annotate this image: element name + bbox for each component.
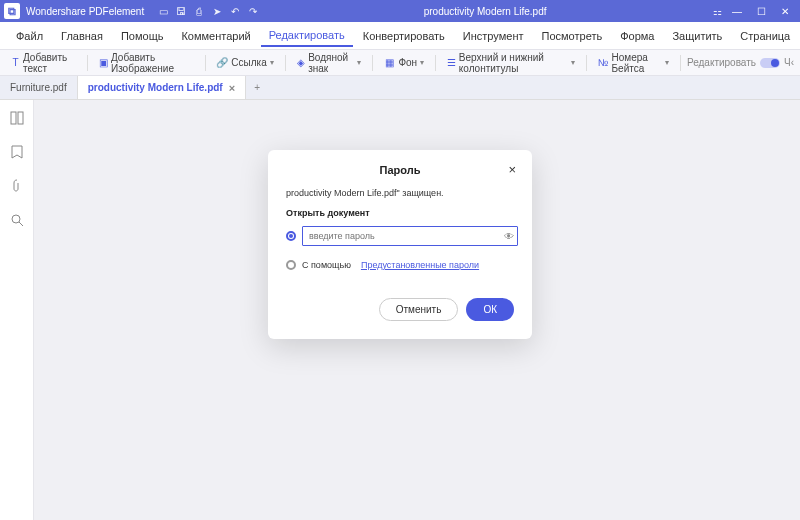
cancel-button[interactable]: Отменить: [379, 298, 459, 321]
close-dialog-button[interactable]: ×: [508, 162, 516, 177]
dialog-title: Пароль: [380, 164, 421, 176]
password-dialog: Пароль × productivity Modern Life.pdf" з…: [268, 150, 532, 339]
dialog-message: productivity Modern Life.pdf" защищен.: [286, 188, 514, 198]
show-password-icon[interactable]: 👁: [504, 231, 514, 242]
password-input[interactable]: [302, 226, 518, 246]
password-radio[interactable]: [286, 231, 296, 241]
help-label: С помощью: [302, 260, 351, 270]
preset-radio[interactable]: [286, 260, 296, 270]
presets-link[interactable]: Предустановленные пароли: [361, 260, 479, 270]
open-section-label: Открыть документ: [286, 208, 514, 218]
modal-overlay: Пароль × productivity Modern Life.pdf" з…: [0, 0, 800, 520]
ok-button[interactable]: ОК: [466, 298, 514, 321]
